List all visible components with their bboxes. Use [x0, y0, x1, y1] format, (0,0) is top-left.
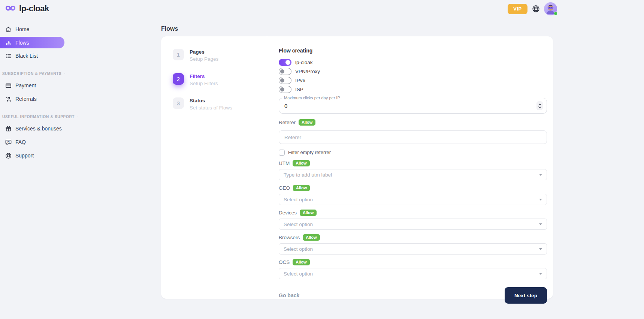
geo-select[interactable]: Select option — [279, 194, 547, 205]
app-root: lp-cloak VIP — [0, 0, 644, 319]
checkbox-icon[interactable] — [279, 150, 285, 156]
step-pages[interactable]: 1 Pages Setup Pages — [173, 49, 259, 62]
faq-icon: ?! — [5, 139, 12, 146]
geo-allow-badge[interactable]: Allow — [293, 185, 310, 191]
stepper-icon[interactable] — [536, 101, 543, 110]
page-title: Flows — [161, 25, 178, 32]
blacklist-icon — [5, 52, 12, 60]
topbar-actions: VIP — [508, 2, 557, 15]
home-icon — [5, 26, 12, 33]
form-footer: Go back Next step — [279, 287, 547, 304]
toggle-ipv6[interactable]: IPv6 — [279, 77, 547, 84]
step-status[interactable]: 3 Status Set status of Flows — [173, 97, 259, 111]
toggle-switch-off[interactable] — [279, 77, 291, 84]
form-title: Flow creating — [279, 48, 547, 54]
sidebar-item-label: Referrals — [15, 96, 37, 102]
max-clicks-label: Maximum clicks per day per IP — [282, 96, 342, 100]
chevron-down-icon — [539, 174, 542, 176]
toggle-switch-off[interactable] — [279, 86, 291, 93]
utm-select[interactable]: Type to add utm label — [279, 169, 547, 180]
step-subtitle: Setup Filters — [190, 81, 218, 86]
step-number: 2 — [173, 73, 184, 85]
sidebar-item-label: Payment — [15, 82, 36, 88]
sidebar-item-flows[interactable]: Flows — [0, 37, 64, 48]
sidebar-section-header: SUBSCRIPTION & PAYMENTS — [2, 72, 63, 76]
sidebar-item-services-bonuses[interactable]: Services & bonuses — [0, 123, 66, 135]
vip-button[interactable]: VIP — [508, 4, 527, 14]
ocs-select[interactable]: Select option — [279, 268, 547, 279]
referer-allow-badge[interactable]: Allow — [299, 119, 315, 126]
sidebar-item-label: Black List — [15, 53, 38, 59]
ocs-allow-badge[interactable]: Allow — [293, 259, 309, 265]
sidebar-item-faq[interactable]: ?! FAQ — [0, 136, 66, 148]
step-subtitle: Set status of Flows — [190, 105, 232, 111]
brand-name: lp-cloak — [19, 4, 49, 13]
toggle-group: lp-cloak VPN/Proxy IPv6 ISP — [279, 59, 547, 93]
flows-icon — [5, 39, 12, 46]
section-divider — [64, 73, 65, 74]
step-title: Pages — [190, 49, 218, 55]
lifebuoy-icon — [5, 152, 12, 159]
devices-group: Devices Allow Select option — [279, 209, 547, 230]
step-filters[interactable]: 2 Filters Setup Filters — [173, 73, 259, 86]
sidebar-item-referrals[interactable]: Referrals — [0, 93, 66, 105]
sidebar-item-home[interactable]: Home — [0, 23, 66, 35]
toggle-lp-cloak[interactable]: lp-cloak — [279, 59, 547, 66]
online-status-dot — [554, 12, 557, 15]
payment-icon — [5, 82, 12, 89]
referer-input[interactable] — [279, 130, 547, 144]
devices-allow-badge[interactable]: Allow — [300, 210, 317, 216]
utm-group: UTM Allow Type to add utm label — [279, 160, 547, 180]
sidebar: Home Flows Black List SUBSCRIPTION & PAY… — [0, 23, 66, 163]
step-title: Status — [190, 97, 232, 103]
globe-icon[interactable] — [531, 4, 540, 13]
browsers-label: Browsers — [279, 235, 300, 240]
browsers-allow-badge[interactable]: Allow — [303, 234, 320, 241]
sidebar-item-support[interactable]: Support — [0, 150, 66, 162]
referer-label-row: Referer Allow — [279, 119, 547, 126]
sidebar-item-label: Flows — [15, 40, 29, 46]
referer-label: Referer — [279, 120, 296, 125]
brand-logo[interactable]: lp-cloak — [5, 4, 49, 13]
referrals-icon — [5, 96, 12, 103]
step-number: 3 — [173, 97, 184, 109]
browsers-select[interactable]: Select option — [279, 243, 547, 255]
devices-label: Devices — [279, 210, 297, 216]
sidebar-item-payment[interactable]: Payment — [0, 79, 66, 91]
sidebar-item-black-list[interactable]: Black List — [0, 50, 66, 62]
devices-select[interactable]: Select option — [279, 219, 547, 230]
geo-label: GEO — [279, 185, 290, 191]
sidebar-item-label: Home — [15, 26, 29, 32]
step-subtitle: Setup Pages — [190, 56, 218, 62]
go-back-button[interactable]: Go back — [279, 292, 299, 298]
utm-allow-badge[interactable]: Allow — [293, 160, 309, 166]
section-divider — [77, 117, 78, 117]
svg-text:?!: ?! — [7, 141, 10, 144]
ocs-group: OCS Allow Select option — [279, 259, 547, 279]
next-step-button[interactable]: Next step — [505, 287, 547, 304]
max-clicks-input[interactable] — [279, 98, 547, 113]
sidebar-section-header: USEFUL INFORMATION & SUPPORT — [2, 115, 63, 119]
geo-group: GEO Allow Select option — [279, 184, 547, 205]
flow-creating-form: Flow creating lp-cloak VPN/Proxy IPv6 IS… — [267, 36, 553, 299]
flow-wizard-card: 1 Pages Setup Pages 2 Filters Setup Filt… — [161, 36, 553, 299]
gift-icon — [5, 125, 12, 132]
mask-logo-icon — [5, 5, 16, 13]
step-title: Filters — [190, 73, 218, 79]
toggle-isp[interactable]: ISP — [279, 86, 547, 93]
max-clicks-field: Maximum clicks per day per IP — [279, 98, 547, 114]
user-avatar[interactable] — [544, 2, 557, 15]
chevron-down-icon — [539, 248, 542, 250]
filter-empty-referrer-checkbox[interactable]: Filter empty referrer — [279, 149, 547, 156]
chevron-down-icon — [539, 273, 542, 275]
sidebar-item-label: FAQ — [15, 139, 26, 145]
toggle-switch-off[interactable] — [279, 68, 291, 75]
step-number: 1 — [173, 49, 184, 60]
chevron-down-icon — [539, 199, 542, 201]
toggle-switch-on[interactable] — [279, 59, 291, 66]
browsers-group: Browsers Allow Select option — [279, 234, 547, 255]
toggle-vpn-proxy[interactable]: VPN/Proxy — [279, 68, 547, 75]
chevron-down-icon — [539, 223, 542, 225]
utm-label: UTM — [279, 160, 290, 166]
sidebar-item-label: Services & bonuses — [15, 126, 62, 132]
